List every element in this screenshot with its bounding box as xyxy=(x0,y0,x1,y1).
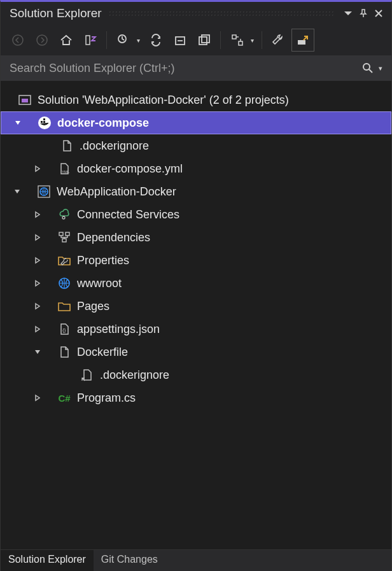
search-placeholder: Search Solution Explorer (Ctrl+;) xyxy=(10,62,361,75)
panel-drag-handle[interactable] xyxy=(108,10,334,17)
tree-node-label: Pages xyxy=(77,300,109,313)
svg-rect-12 xyxy=(22,99,28,102)
solution-node[interactable]: Solution 'WebApplication-Docker' (2 of 2… xyxy=(1,88,391,111)
svg-rect-22 xyxy=(66,232,69,236)
svg-text:{}: {} xyxy=(62,327,66,333)
svg-rect-21 xyxy=(59,232,63,236)
dependencies-icon xyxy=(57,230,72,245)
svg-rect-8 xyxy=(239,41,242,45)
chevron-collapsed-icon[interactable] xyxy=(32,209,43,220)
docker-compose-node[interactable]: docker-compose xyxy=(1,111,391,134)
project-node[interactable]: WebApplication-Docker xyxy=(1,180,391,203)
svg-rect-14 xyxy=(41,121,43,123)
toolbar-separator xyxy=(106,31,107,49)
window-menu-icon[interactable] xyxy=(340,6,356,21)
chevron-down-icon[interactable]: ▾ xyxy=(376,64,385,73)
chevron-expanded-icon[interactable] xyxy=(12,187,22,197)
svg-rect-2 xyxy=(86,36,90,45)
svg-text:YML: YML xyxy=(62,170,70,174)
dependencies-node[interactable]: Dependencies xyxy=(1,226,391,249)
chevron-collapsed-icon[interactable] xyxy=(32,324,43,334)
toolbar-separator xyxy=(262,31,262,49)
docker-icon xyxy=(37,115,52,130)
chevron-expanded-icon[interactable] xyxy=(13,118,23,128)
tree-node-label: wwwroot xyxy=(77,277,122,290)
svg-rect-6 xyxy=(202,35,209,43)
chevron-collapsed-icon[interactable] xyxy=(32,301,43,311)
switch-views-button[interactable] xyxy=(80,29,101,51)
chevron-collapsed-icon[interactable] xyxy=(32,278,43,288)
chevron-collapsed-icon[interactable] xyxy=(32,164,43,174)
tree-node-label: .dockerignore xyxy=(100,369,169,382)
wwwroot-node[interactable]: wwwroot xyxy=(1,272,391,295)
show-all-files-button[interactable] xyxy=(193,29,215,51)
svg-point-0 xyxy=(13,35,23,45)
svg-rect-7 xyxy=(232,35,236,39)
bottom-tab-bar: Solution Explorer Git Changes xyxy=(1,549,391,571)
chevron-collapsed-icon[interactable] xyxy=(32,255,43,265)
tree-node-label: docker-compose xyxy=(57,116,149,130)
forward-button[interactable] xyxy=(31,29,53,51)
svg-rect-15 xyxy=(43,121,45,123)
tree-node-label: .dockerignore xyxy=(80,139,149,153)
svg-point-10 xyxy=(363,64,370,70)
tree-node-label: appsettings.json xyxy=(77,323,160,336)
properties-node[interactable]: Properties xyxy=(1,249,391,272)
properties-folder-icon xyxy=(57,253,72,268)
svg-rect-16 xyxy=(43,118,45,120)
preview-button[interactable] xyxy=(291,29,314,52)
chevron-collapsed-icon[interactable] xyxy=(32,393,43,403)
svg-rect-5 xyxy=(199,37,207,45)
toolbar-separator xyxy=(220,31,221,49)
dockerfile-node[interactable]: Dockerfile xyxy=(1,341,391,363)
svg-point-20 xyxy=(62,216,65,219)
tree-node-label: Connected Services xyxy=(77,208,179,222)
search-input[interactable]: Search Solution Explorer (Ctrl+;) ▾ xyxy=(1,55,391,81)
chevron-down-icon[interactable]: ▾ xyxy=(248,37,256,44)
svg-point-1 xyxy=(37,35,47,45)
file-icon xyxy=(59,138,74,153)
panel-title-bar: Solution Explorer xyxy=(1,2,391,25)
back-button[interactable] xyxy=(7,29,29,51)
appsettings-node[interactable]: {} appsettings.json xyxy=(1,318,391,341)
close-icon[interactable] xyxy=(371,6,386,21)
dockerfile-ignore-node[interactable]: .dockerignore xyxy=(1,363,391,386)
sync-button[interactable] xyxy=(145,29,167,51)
docker-compose-yml-node[interactable]: YML docker-compose.yml xyxy=(1,157,391,180)
connected-services-icon xyxy=(57,207,72,222)
panel-title: Solution Explorer xyxy=(10,6,102,20)
yml-file-icon: YML xyxy=(57,161,72,176)
tree-node-label: Dependencies xyxy=(77,231,150,244)
tree-node-label: Dockerfile xyxy=(77,346,128,359)
tree-node-label: WebApplication-Docker xyxy=(57,185,176,199)
svg-rect-23 xyxy=(62,239,66,242)
svg-rect-9 xyxy=(298,40,305,45)
tab-git-changes[interactable]: Git Changes xyxy=(94,550,165,571)
globe-icon xyxy=(57,276,72,291)
tree-node-label: Program.cs xyxy=(77,391,136,405)
chevron-collapsed-icon[interactable] xyxy=(32,232,43,243)
view-button[interactable]: ▾ xyxy=(226,29,256,52)
solution-icon xyxy=(17,92,32,108)
tree-node-label: Properties xyxy=(77,254,129,267)
chevron-expanded-icon[interactable] xyxy=(32,347,43,357)
pin-icon[interactable] xyxy=(356,6,371,21)
properties-button[interactable] xyxy=(267,29,289,51)
pages-node[interactable]: Pages xyxy=(1,295,391,318)
filter-button[interactable]: ▾ xyxy=(112,29,143,52)
dockerignore-node[interactable]: .dockerignore xyxy=(1,134,391,157)
collapse-all-button[interactable] xyxy=(169,29,191,51)
solution-label: Solution 'WebApplication-Docker' (2 of 2… xyxy=(38,94,289,107)
csharp-file-icon: C# xyxy=(57,390,72,405)
home-button[interactable] xyxy=(55,29,77,51)
file-link-icon xyxy=(80,367,95,383)
search-icon xyxy=(361,61,375,75)
toolbar: ▾ ▾ xyxy=(1,25,391,55)
json-file-icon: {} xyxy=(57,321,72,337)
file-icon xyxy=(57,344,72,360)
tab-solution-explorer[interactable]: Solution Explorer xyxy=(1,550,94,571)
connected-services-node[interactable]: Connected Services xyxy=(1,203,391,226)
chevron-down-icon[interactable]: ▾ xyxy=(134,37,142,44)
program-cs-node[interactable]: C# Program.cs xyxy=(1,386,391,409)
solution-tree: Solution 'WebApplication-Docker' (2 of 2… xyxy=(1,81,391,549)
